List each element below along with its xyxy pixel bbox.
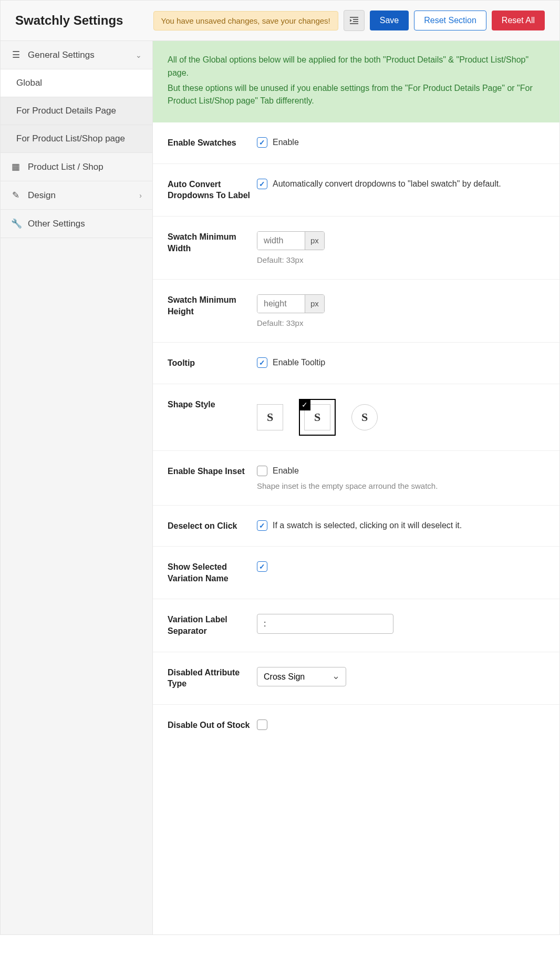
row-show-selected: Show Selected Variation Name xyxy=(153,547,559,599)
help-text: Shape inset is the empty space arround t… xyxy=(257,481,545,490)
row-auto-convert: Auto Convert Dropdowns To Label Automati… xyxy=(153,164,559,217)
nav-design[interactable]: ✎Design › xyxy=(1,181,152,210)
nav-general-settings[interactable]: ☰General Settings ⌄ xyxy=(1,41,152,69)
checkbox-icon xyxy=(257,179,267,189)
shape-option-square[interactable]: S xyxy=(257,404,283,430)
row-separator: Variation Label Separator xyxy=(153,599,559,652)
tooltip-checkbox[interactable]: Enable Tooltip xyxy=(257,357,545,368)
nav-product-list-shop[interactable]: ▦Product List / Shop xyxy=(1,153,152,181)
checkbox-icon xyxy=(257,137,267,148)
content-area: All of the Global options below will be … xyxy=(153,41,559,934)
checkbox-icon xyxy=(257,357,267,368)
indent-icon-button[interactable] xyxy=(344,10,365,31)
checkbox-icon xyxy=(257,520,267,531)
row-min-height: Swatch Minimum Height px Default: 33px xyxy=(153,280,559,343)
sidebar: ☰General Settings ⌄ Global For Product D… xyxy=(1,41,153,934)
row-min-width: Swatch Minimum Width px Default: 33px xyxy=(153,217,559,280)
nav-global[interactable]: Global xyxy=(1,69,152,97)
row-shape-style: Shape Style S ✓ S S xyxy=(153,384,559,451)
sliders-icon: ☰ xyxy=(11,49,20,60)
auto-convert-checkbox[interactable]: Automatically convert dropdowns to "labe… xyxy=(257,179,545,189)
grid-icon: ▦ xyxy=(11,161,20,172)
separator-input[interactable] xyxy=(257,614,393,634)
unit-label: px xyxy=(305,295,324,313)
nav-for-product-details[interactable]: For Product Details Page xyxy=(1,97,152,125)
checkbox-icon xyxy=(257,561,267,572)
row-shape-inset: Enable Shape Inset Enable Shape inset is… xyxy=(153,451,559,506)
nav-for-product-list[interactable]: For Product List/Shop page xyxy=(1,125,152,153)
row-disabled-attr: Disabled Attribute Type Cross Sign xyxy=(153,652,559,705)
row-disable-oos: Disable Out of Stock xyxy=(153,705,559,746)
reset-all-button[interactable]: Reset All xyxy=(492,11,545,30)
checkbox-icon xyxy=(257,466,267,476)
help-text: Default: 33px xyxy=(257,255,545,264)
shape-inset-checkbox[interactable]: Enable xyxy=(257,466,545,476)
chevron-down-icon: ⌄ xyxy=(136,51,142,59)
nav-other-settings[interactable]: 🔧Other Settings xyxy=(1,210,152,238)
disabled-attr-select[interactable]: Cross Sign xyxy=(257,667,346,686)
show-selected-checkbox[interactable] xyxy=(257,561,545,572)
row-deselect: Deselect on Click If a swatch is selecte… xyxy=(153,506,559,547)
check-icon: ✓ xyxy=(299,399,310,410)
deselect-checkbox[interactable]: If a swatch is selected, clicking on it … xyxy=(257,520,545,531)
chevron-right-icon: › xyxy=(139,191,142,200)
brush-icon: ✎ xyxy=(11,190,20,201)
shape-option-square-inset[interactable]: ✓ S xyxy=(299,399,336,436)
wrench-icon: 🔧 xyxy=(11,218,20,229)
min-width-input[interactable] xyxy=(257,232,305,250)
help-text: Default: 33px xyxy=(257,318,545,327)
disable-oos-checkbox[interactable] xyxy=(257,719,545,730)
shape-option-circle[interactable]: S xyxy=(351,404,378,430)
row-tooltip: Tooltip Enable Tooltip xyxy=(153,343,559,384)
unit-label: px xyxy=(305,232,324,250)
reset-section-button[interactable]: Reset Section xyxy=(414,11,486,30)
enable-swatches-checkbox[interactable]: Enable xyxy=(257,137,545,148)
row-enable-swatches: Enable Swatches Enable xyxy=(153,122,559,164)
info-banner: All of the Global options below will be … xyxy=(153,41,559,122)
unsaved-changes-notice: You have unsaved changes, save your chan… xyxy=(153,11,338,30)
min-height-input[interactable] xyxy=(257,295,305,313)
checkbox-icon xyxy=(257,719,267,730)
page-title: Swatchly Settings xyxy=(15,13,123,28)
header: Swatchly Settings You have unsaved chang… xyxy=(1,1,559,41)
save-button[interactable]: Save xyxy=(370,11,409,30)
